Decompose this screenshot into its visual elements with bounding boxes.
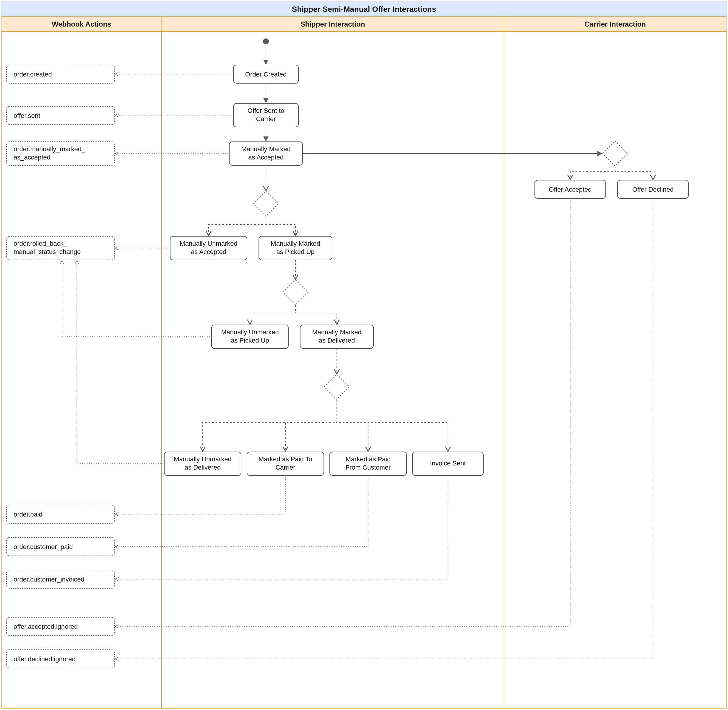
webhook-label: order.paid	[13, 510, 43, 518]
flowchart-diagram: Shipper Semi-Manual Offer Interactions W…	[0, 0, 728, 710]
node-label: as Delivered	[319, 337, 355, 344]
webhook-label: as_accepted	[13, 154, 50, 161]
node-label: Carrier	[275, 464, 295, 471]
webhook-label: order.customer_invoiced	[13, 576, 85, 583]
diagram-title: Shipper Semi-Manual Offer Interactions	[292, 5, 436, 13]
node-label: Marked as Paid	[346, 455, 391, 463]
node-label: as Picked Up	[276, 248, 315, 255]
node-label: Offer Declined	[632, 186, 674, 193]
node-label: Manually Marked	[271, 240, 320, 247]
node-label: From Customer	[346, 464, 391, 471]
webhook-label: order.customer_paid	[13, 543, 73, 550]
webhook-label: order.rolled_back_	[13, 240, 68, 247]
start-node	[263, 38, 269, 44]
node-label: Marked as Paid To	[258, 455, 312, 463]
node-label: Manually Unmarked	[174, 455, 232, 463]
lane-header-label: Webhook Actions	[52, 20, 111, 28]
node-label: Manually Marked	[312, 329, 362, 336]
lane-body-webhook	[2, 31, 161, 708]
webhook-label: offer.accepted.ignored	[13, 623, 78, 630]
lane-header-label: Carrier Interaction	[584, 20, 646, 28]
node-label: Manually Unmarked	[180, 240, 238, 247]
node-label: Carrier	[256, 115, 276, 123]
node-label: as Picked Up	[231, 337, 269, 344]
webhook-label: order.manually_marked_	[13, 145, 85, 153]
lane-body-carrier	[504, 31, 726, 708]
node-label: Manually Unmarked	[221, 329, 279, 336]
node-label: as Accepted	[191, 248, 226, 255]
node-label: Offer Sent to	[248, 107, 284, 114]
node-label: Order Created	[245, 70, 287, 78]
webhook-label: offer.sent	[13, 112, 40, 119]
lane-header-label: Shipper Interaction	[301, 20, 365, 28]
node-label: as Delivered	[185, 464, 221, 471]
webhook-label: order.created	[13, 70, 52, 78]
node-label: Invoice Sent	[430, 459, 466, 467]
node-label: as Accepted	[248, 154, 284, 161]
node-label: Offer Accepted	[549, 186, 592, 193]
lane-body-shipper	[161, 31, 504, 708]
webhook-label: manual_status_change	[13, 248, 81, 255]
webhook-label: offer.declined.ignored	[13, 655, 76, 663]
node-label: Manually Marked	[241, 145, 291, 153]
